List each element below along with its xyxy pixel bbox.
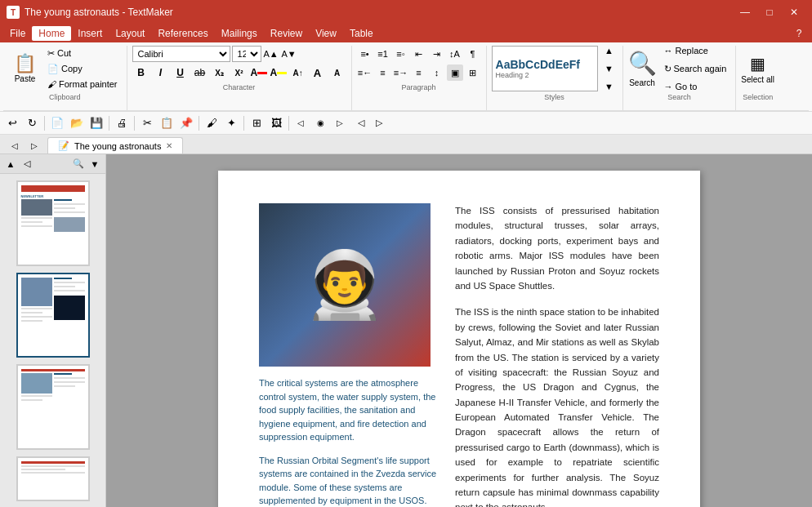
highlight-button[interactable]: A — [270, 64, 288, 81]
strikethrough-button[interactable]: ab — [191, 64, 209, 81]
next-page-button[interactable]: ▷ — [371, 115, 387, 131]
document-tab[interactable]: 📝 The young astronauts ✕ — [47, 137, 183, 153]
font-size-up-button[interactable]: A▲ — [263, 46, 279, 62]
underline-button[interactable]: U — [172, 64, 190, 81]
tab-left-button[interactable]: ◁ — [7, 137, 23, 153]
font-effects-button[interactable]: A↑ — [289, 64, 307, 81]
table-toolbar-button[interactable]: ⊞ — [248, 114, 265, 132]
font-size-selector[interactable]: 12 — [232, 46, 261, 62]
navigator-left-button[interactable]: ◁ — [292, 115, 309, 131]
cut-button[interactable]: ✂ Cut — [43, 46, 122, 60]
menu-layout[interactable]: Layout — [109, 26, 151, 41]
save-button[interactable]: 💾 — [87, 114, 105, 132]
open-button[interactable]: 📂 — [68, 114, 86, 132]
document-page: The critical systems are the atmosphere … — [218, 171, 700, 507]
style-selector[interactable]: AaBbCcDdEeFf Heading 2 — [492, 46, 598, 91]
subscript-button[interactable]: X₂ — [211, 64, 229, 81]
align-center-button[interactable]: ≡ — [375, 64, 391, 81]
title-bar: T The young astronauts - TextMaker — □ ✕ — [0, 0, 812, 24]
replace-icon: ↔ — [664, 46, 673, 56]
sidebar-up-button[interactable]: ▲ — [3, 157, 18, 171]
search-again-button[interactable]: ↻ Search again — [660, 61, 731, 76]
menu-mailings[interactable]: Mailings — [215, 26, 264, 41]
selection-icon: ▦ — [750, 54, 765, 73]
page-thumb-1[interactable]: NEWSLETTER — [16, 180, 90, 266]
bullet-list-button[interactable]: ≡• — [357, 46, 373, 62]
decrease-indent-button[interactable]: ⇤ — [411, 46, 427, 62]
sidebar-search-button[interactable]: 🔍 — [71, 157, 86, 171]
font-size-large-button[interactable]: A — [309, 64, 327, 81]
print-button[interactable]: 🖨 — [113, 114, 131, 132]
font-size-down-button[interactable]: A▼ — [281, 46, 297, 62]
align-left-button[interactable]: ≡← — [357, 64, 373, 81]
page-thumb-2[interactable] — [16, 273, 90, 358]
shading-button[interactable]: ▣ — [447, 64, 463, 81]
thumb-col-left-2 — [21, 278, 52, 354]
tab-right-button[interactable]: ▷ — [26, 137, 42, 153]
menu-view[interactable]: View — [309, 26, 343, 41]
thumb-line-20 — [21, 469, 66, 470]
document-area[interactable]: The critical systems are the atmosphere … — [106, 154, 812, 507]
style-up-button[interactable]: ▲ — [601, 42, 618, 59]
menu-file[interactable]: File — [3, 26, 32, 41]
font-color-button[interactable]: A — [250, 64, 268, 81]
font-size-small-button[interactable]: A — [328, 64, 346, 81]
styles-toolbar-button[interactable]: ✦ — [222, 114, 240, 132]
new-button[interactable]: 📄 — [48, 114, 66, 132]
justify-button[interactable]: ≡ — [411, 64, 427, 81]
close-button[interactable]: ✕ — [783, 4, 805, 20]
show-formatting-button[interactable]: ¶ — [465, 46, 481, 62]
format-painter-button[interactable]: 🖌 Format painter — [43, 77, 122, 91]
style-arrows: ▲ ▼ ▼ — [601, 42, 618, 95]
replace-button[interactable]: ↔ Replace — [660, 43, 731, 58]
menu-references[interactable]: References — [151, 26, 214, 41]
paste-toolbar-button[interactable]: 📌 — [177, 114, 195, 132]
italic-button[interactable]: I — [152, 64, 170, 81]
numbered-list-button[interactable]: ≡1 — [375, 46, 391, 62]
toolbar-sep-1 — [44, 116, 45, 131]
sidebar-left-button[interactable]: ◁ — [20, 157, 34, 171]
clipboard-label: Clipboard — [49, 93, 81, 101]
undo-button[interactable]: ↩ — [3, 114, 21, 132]
copy-toolbar-button[interactable]: 📋 — [158, 114, 176, 132]
navigator-icon[interactable]: ◉ — [312, 115, 328, 131]
copy-button[interactable]: 📄 Copy — [43, 61, 122, 76]
bold-button[interactable]: B — [132, 64, 150, 81]
redo-button[interactable]: ↻ — [23, 114, 41, 132]
toolbar-sep-5 — [243, 116, 244, 131]
style-down-button[interactable]: ▼ — [601, 60, 618, 77]
page-thumb-3[interactable] — [16, 364, 90, 450]
increase-indent-button[interactable]: ⇥ — [429, 46, 445, 62]
search-icon[interactable]: 🔍 — [628, 50, 657, 77]
font-selector[interactable]: Calibri — [132, 46, 230, 62]
help-button[interactable]: ? — [789, 26, 809, 41]
menu-insert[interactable]: Insert — [71, 26, 109, 41]
align-right-button[interactable]: ≡→ — [393, 64, 409, 81]
paste-button[interactable]: 📋 Paste — [8, 46, 42, 91]
navigator-right-button[interactable]: ▷ — [332, 115, 348, 131]
sidebar-menu-button[interactable]: ▼ — [87, 157, 102, 171]
prev-page-button[interactable]: ◁ — [353, 115, 369, 131]
minimize-button[interactable]: — — [734, 4, 756, 20]
tab-close-button[interactable]: ✕ — [166, 141, 172, 150]
outline-list-button[interactable]: ≡◦ — [393, 46, 409, 62]
paragraph-label: Paragraph — [402, 83, 436, 91]
menu-review[interactable]: Review — [264, 26, 309, 41]
page-thumb-4[interactable] — [16, 456, 90, 501]
cut-toolbar-button[interactable]: ✂ — [138, 114, 156, 132]
goto-button[interactable]: → Go to — [660, 79, 731, 94]
menu-table[interactable]: Table — [343, 26, 380, 41]
border-button[interactable]: ⊞ — [465, 64, 481, 81]
thumb-line-21 — [21, 472, 85, 474]
maximize-button[interactable]: □ — [758, 4, 781, 20]
style-more-button[interactable]: ▼ — [601, 78, 618, 95]
line-spacing-button[interactable]: ↕ — [429, 64, 445, 81]
format-toolbar-button[interactable]: 🖌 — [203, 114, 221, 132]
image-toolbar-button[interactable]: 🖼 — [267, 114, 285, 132]
selection-label: Selection — [743, 93, 773, 101]
menu-home[interactable]: Home — [32, 26, 71, 41]
superscript-button[interactable]: X² — [230, 64, 248, 81]
tab-bar: ◁ ▷ 📝 The young astronauts ✕ — [0, 135, 812, 154]
format-painter-icon: 🖌 — [47, 79, 56, 89]
sort-button[interactable]: ↕A — [447, 46, 463, 62]
